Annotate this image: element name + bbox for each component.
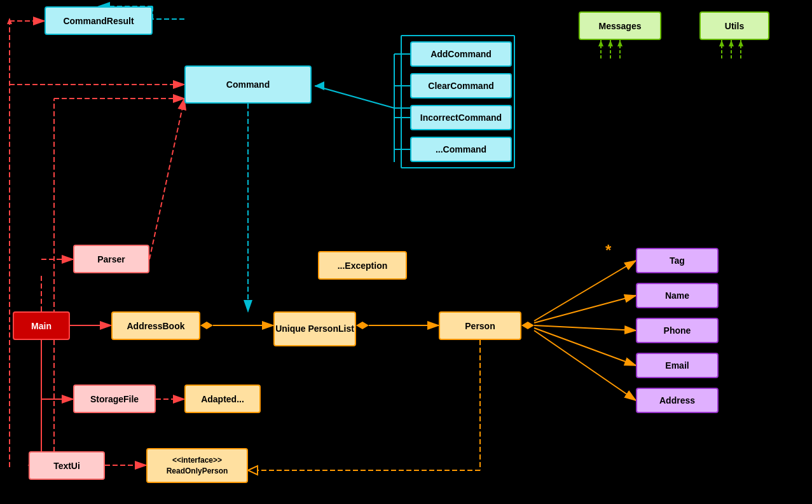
svg-marker-49	[200, 322, 213, 329]
svg-marker-61	[248, 466, 258, 475]
storage-file-box: StorageFile	[73, 385, 156, 413]
multiplicity-star: *	[605, 242, 611, 259]
person-box: Person	[439, 311, 521, 340]
messages-box: Messages	[579, 11, 661, 40]
incorrect-command-box: IncorrectCommand	[410, 105, 512, 130]
svg-marker-33	[617, 40, 623, 46]
text-ui-box: TextUi	[29, 451, 105, 480]
utils-box: Utils	[699, 11, 769, 40]
address-book-box: AddressBook	[111, 311, 200, 340]
svg-marker-27	[315, 81, 324, 90]
read-only-person-box: <<interface>> ReadOnlyPerson	[146, 448, 248, 483]
command-result-box: CommandResult	[45, 6, 153, 35]
svg-marker-29	[598, 40, 603, 46]
svg-line-56	[534, 325, 636, 330]
svg-marker-31	[608, 40, 613, 46]
ellipsis-command-box: ...Command	[410, 137, 512, 162]
unique-person-list-box: Unique PersonList	[273, 311, 356, 346]
email-box: Email	[636, 353, 719, 378]
main-box: Main	[13, 311, 70, 340]
svg-line-62	[149, 99, 184, 259]
svg-marker-35	[719, 40, 724, 46]
tag-box: Tag	[636, 248, 719, 273]
svg-marker-39	[738, 40, 743, 46]
phone-box: Phone	[636, 318, 719, 343]
svg-line-58	[534, 330, 636, 400]
svg-line-26	[315, 86, 394, 108]
clear-command-box: ClearCommand	[410, 73, 512, 99]
svg-marker-37	[729, 40, 734, 46]
command-box: Command	[184, 65, 312, 104]
add-command-box: AddCommand	[410, 41, 512, 67]
svg-line-55	[534, 296, 636, 323]
adapted-box: Adapted...	[184, 385, 261, 413]
exception-box: ...Exception	[318, 251, 407, 280]
name-box: Name	[636, 283, 719, 308]
svg-line-54	[534, 261, 636, 321]
svg-marker-51	[356, 322, 369, 329]
svg-marker-53	[521, 322, 534, 329]
svg-line-57	[534, 328, 636, 365]
svg-marker-11	[7, 18, 12, 24]
parser-box: Parser	[73, 245, 149, 273]
address-box: Address	[636, 388, 719, 413]
